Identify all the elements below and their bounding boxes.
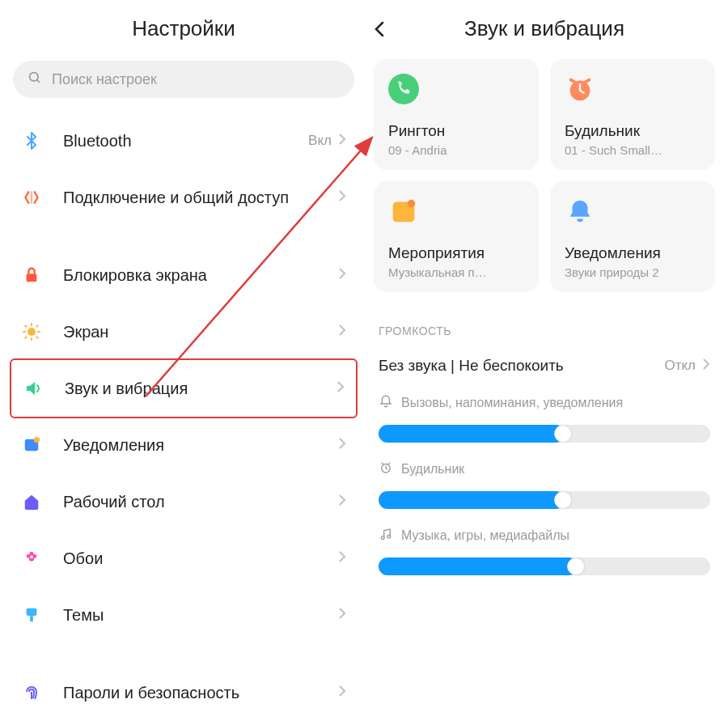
chevron-right-icon	[338, 267, 346, 283]
svg-line-1	[37, 80, 40, 83]
notifications-icon	[18, 431, 45, 459]
settings-item-label: Рабочий стол	[63, 493, 338, 511]
svg-rect-16	[30, 616, 33, 621]
sun-icon	[18, 318, 45, 346]
svg-rect-2	[27, 273, 37, 282]
svg-rect-15	[27, 608, 37, 616]
chevron-right-icon	[338, 324, 346, 340]
settings-item-wallpaper[interactable]: Обои	[10, 530, 358, 587]
alarm-clock-icon	[565, 74, 700, 108]
card-alarm[interactable]: Будильник 01 - Such Small…	[550, 59, 715, 170]
chevron-right-icon	[702, 358, 710, 374]
card-subtitle: 09 - Andria	[388, 143, 524, 157]
settings-item-label: Обои	[63, 549, 338, 568]
settings-item-label: Блокировка экрана	[63, 266, 338, 285]
card-events[interactable]: Мероприятия Музыкальная п…	[374, 181, 539, 292]
settings-item-display[interactable]: Экран	[10, 303, 358, 360]
chevron-right-icon	[338, 437, 346, 453]
card-title: Будильник	[565, 122, 700, 140]
alarm-outline-icon	[379, 460, 393, 478]
settings-item-label: Экран	[63, 323, 338, 341]
back-button[interactable]	[374, 20, 401, 38]
svg-point-20	[408, 200, 416, 208]
brush-icon	[18, 601, 45, 629]
svg-point-17	[388, 74, 419, 104]
chevron-right-icon	[336, 380, 345, 396]
chevron-right-icon	[338, 607, 346, 623]
card-subtitle: 01 - Such Small…	[565, 143, 700, 157]
bell-outline-icon	[379, 394, 393, 412]
music-note-icon	[379, 527, 393, 545]
settings-item-label: Пароли и безопасность	[63, 684, 338, 702]
card-subtitle: Звуки природы 2	[565, 265, 700, 279]
volume-slider-calls[interactable]	[379, 422, 710, 446]
search-placeholder: Поиск настроек	[52, 71, 157, 88]
connection-sharing-icon	[18, 184, 45, 211]
svg-line-9	[36, 337, 37, 337]
card-notifications-sound[interactable]: Уведомления Звуки природы 2	[550, 181, 715, 292]
volume-label: Будильник	[401, 462, 464, 477]
volume-slider-media[interactable]	[379, 554, 710, 579]
highlight-sound-vibration: Звук и вибрация	[10, 358, 358, 418]
svg-line-8	[25, 325, 26, 326]
lock-icon	[18, 261, 45, 289]
settings-item-label: Уведомления	[63, 436, 338, 455]
settings-item-label: Bluetooth	[63, 132, 308, 151]
svg-point-23	[387, 535, 391, 538]
settings-item-bluetooth[interactable]: Bluetooth Вкл	[10, 112, 358, 169]
volume-calls: Вызовы, напоминания, уведомления	[370, 394, 718, 460]
settings-item-sound-vibration[interactable]: Звук и вибрация	[11, 360, 356, 417]
card-subtitle: Музыкальная п…	[388, 265, 524, 279]
home-icon	[18, 488, 45, 515]
sound-cards: Рингтон 09 - Andria Будильник 01 - Such …	[370, 59, 718, 292]
search-input[interactable]: Поиск настроек	[13, 61, 354, 98]
settings-item-home-screen[interactable]: Рабочий стол	[10, 473, 358, 530]
svg-line-11	[25, 337, 26, 337]
volume-slider-alarm[interactable]	[379, 488, 710, 512]
page-title-settings: Настройки	[10, 16, 358, 41]
search-icon	[28, 70, 42, 88]
sound-vibration-panel: Звук и вибрация Рингтон 09 - Andria Буди…	[364, 0, 728, 708]
settings-item-status: Вкл	[308, 133, 332, 149]
settings-item-label: Темы	[63, 606, 338, 625]
settings-list: Bluetooth Вкл Подключение и общий доступ	[10, 112, 358, 708]
chevron-right-icon	[338, 494, 346, 510]
settings-panel: Настройки Поиск настроек Bluetooth Вкл	[0, 0, 364, 708]
svg-point-13	[34, 437, 40, 443]
svg-point-0	[30, 73, 39, 82]
settings-item-connection-sharing[interactable]: Подключение и общий доступ	[10, 169, 358, 226]
calendar-icon	[388, 196, 524, 230]
svg-point-3	[28, 328, 36, 336]
settings-item-label: Звук и вибрация	[65, 379, 336, 398]
page-title-sound: Звук и вибрация	[401, 16, 688, 41]
volume-label: Музыка, игры, медиафайлы	[401, 528, 569, 543]
svg-line-10	[36, 325, 37, 326]
settings-item-passwords-security[interactable]: Пароли и безопасность	[10, 664, 358, 708]
volume-alarm: Будильник	[370, 460, 718, 527]
chevron-right-icon	[338, 133, 346, 149]
card-title: Уведомления	[565, 244, 700, 262]
card-title: Рингтон	[388, 122, 524, 140]
svg-point-22	[381, 536, 384, 540]
bluetooth-icon	[18, 127, 45, 155]
volume-label: Вызовы, напоминания, уведомления	[401, 396, 623, 410]
settings-item-themes[interactable]: Темы	[10, 587, 358, 643]
chevron-right-icon	[338, 189, 346, 206]
chevron-right-icon	[338, 685, 346, 701]
bell-icon	[565, 196, 700, 230]
silent-dnd-row[interactable]: Без звука | Не беспокоить Откл	[370, 347, 718, 394]
silent-dnd-label: Без звука | Не беспокоить	[379, 357, 664, 375]
volume-section-label: ГРОМКОСТЬ	[370, 324, 718, 337]
fingerprint-icon	[18, 679, 45, 706]
silent-dnd-status: Откл	[664, 358, 696, 374]
card-ringtone[interactable]: Рингтон 09 - Andria	[374, 59, 539, 170]
settings-item-lock-screen[interactable]: Блокировка экрана	[10, 247, 358, 303]
flower-icon	[18, 545, 45, 572]
settings-item-label: Подключение и общий доступ	[63, 189, 338, 207]
volume-media: Музыка, игры, медиафайлы	[370, 527, 718, 593]
speaker-icon	[19, 375, 47, 402]
phone-icon	[388, 74, 524, 108]
chevron-right-icon	[338, 550, 346, 566]
svg-point-14	[30, 555, 33, 558]
settings-item-notifications[interactable]: Уведомления	[10, 417, 358, 473]
